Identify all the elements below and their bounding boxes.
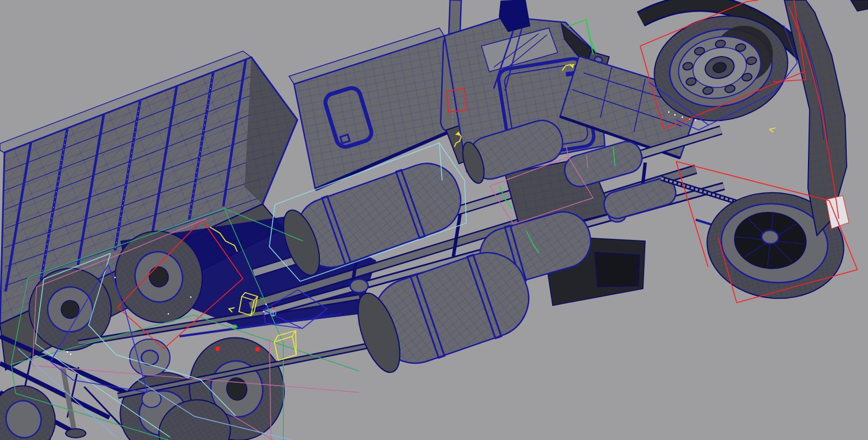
joint-dot-red-2[interactable] — [215, 346, 220, 351]
viewport-canvas[interactable] — [0, 0, 868, 440]
joint-dot-red-1[interactable] — [255, 347, 260, 351]
viewport-stage — [0, 0, 868, 440]
